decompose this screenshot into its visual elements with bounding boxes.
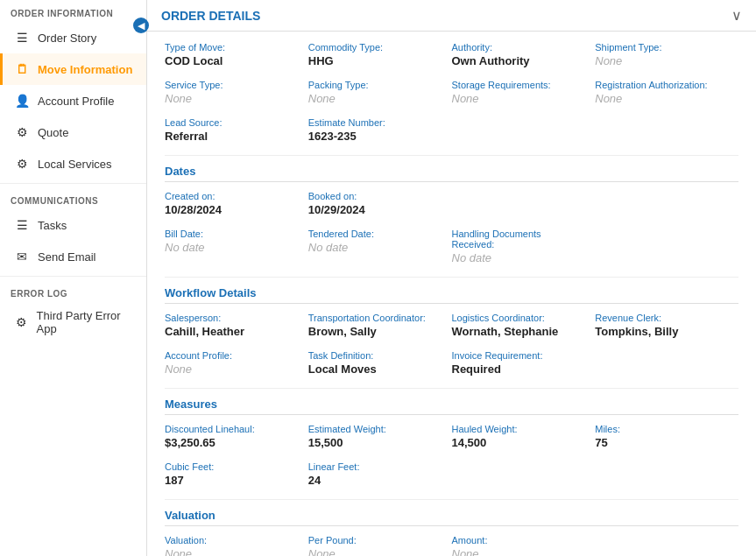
label-commodity-type: Commodity Type: [308,42,443,53]
divider-workflow [165,277,738,278]
field-service-type: Service Type: None [165,80,308,105]
sidebar-item-local-services[interactable]: ⚙ Local Services [0,148,146,179]
label-type-of-move: Type of Move: [165,42,300,53]
field-transportation-coordinator: Transportation Coordinator: Brown, Sally [308,313,452,338]
main-content: Type of Move: COD Local Commodity Type: … [147,32,756,556]
value-booked-on: 10/29/2024 [308,203,443,216]
value-salesperson: Cahill, Heather [165,325,300,338]
field-row-cubic-feet: Cubic Feet: 187 Linear Feet: 24 [165,461,738,487]
sidebar-label-account-profile: Account Profile [38,95,114,108]
field-created-on: Created on: 10/28/2024 [165,191,308,216]
field-revenue-clerk: Revenue Clerk: Tompkins, Billy [595,313,738,338]
sidebar-section-order-information: ORDER INFORMATION [0,0,146,22]
value-shipment-type: None [595,54,730,67]
field-salesperson: Salesperson: Cahill, Heather [165,313,308,338]
label-estimate-number: Estimate Number: [308,117,443,128]
field-packing-type: Packing Type: None [308,80,452,105]
label-lead-source: Lead Source: [165,117,300,128]
sidebar-label-send-email: Send Email [38,250,95,264]
field-row-salesperson: Salesperson: Cahill, Heather Transportat… [165,313,738,338]
field-dates-empty-2 [595,191,738,216]
sidebar-divider-2 [0,276,146,277]
section-title-dates: Dates [165,165,738,182]
value-amount: None [452,547,587,556]
field-miles: Miles: 75 [595,424,738,449]
field-booked-on: Booked on: 10/29/2024 [308,191,452,216]
label-cubic-feet: Cubic Feet: [165,461,300,472]
field-registration-authorization: Registration Authorization: None [595,80,738,105]
label-booked-on: Booked on: [308,191,443,201]
field-row-discounted-linehaul: Discounted Linehaul: $3,250.65 Estimated… [165,424,738,449]
sidebar-item-order-story[interactable]: ☰ Order Story [0,22,146,53]
field-dates-empty-1 [452,191,596,216]
services-icon: ⚙ [13,155,31,172]
label-revenue-clerk: Revenue Clerk: [595,313,730,323]
value-packing-type: None [308,92,443,105]
sidebar-item-tasks[interactable]: ☰ Tasks [0,209,146,241]
value-task-definition: Local Moves [308,362,443,376]
sidebar-section-error-log: ERROR LOG [0,280,146,302]
value-tendered-date: No date [308,241,443,254]
value-per-pound: None [308,547,443,556]
field-row-account-profile: Account Profile: None Task Definition: L… [165,350,738,376]
field-type-of-move: Type of Move: COD Local [165,42,308,67]
value-commodity-type: HHG [308,54,443,67]
field-empty-2 [595,117,738,143]
divider-measures [165,388,738,389]
label-miles: Miles: [595,424,730,434]
label-invoice-requirement: Invoice Requirement: [452,350,587,361]
sidebar-item-third-party-error-app[interactable]: ⚙ Third Party Error App [0,302,146,342]
section-title-workflow: Workflow Details [165,286,738,304]
value-handling-docs: No date [452,251,587,264]
field-hauled-weight: Hauled Weight: 14,500 [452,424,596,449]
label-discounted-linehaul: Discounted Linehaul: [165,424,300,434]
section-title-measures: Measures [165,398,738,415]
sidebar-label-quote: Quote [38,126,68,139]
field-row-type-of-move: Type of Move: COD Local Commodity Type: … [165,42,738,67]
label-estimated-weight: Estimated Weight: [308,424,443,434]
field-valuation: Valuation: None [165,535,308,556]
label-authority: Authority: [452,42,587,53]
field-amount: Amount: None [452,535,596,556]
field-logistics-coordinator: Logistics Coordinator: Wornath, Stephani… [452,313,596,338]
field-tendered-date: Tendered Date: No date [308,229,452,264]
main-panel: ORDER DETAILS ∨ Type of Move: COD Local … [147,0,756,556]
error-icon: ⚙ [13,313,30,331]
value-created-on: 10/28/2024 [165,203,300,216]
field-dates-empty-3 [595,229,738,264]
sidebar-label-order-story: Order Story [38,32,96,45]
sidebar-collapse-button[interactable]: ◀ [133,18,149,33]
field-valuation-empty [595,535,738,556]
sidebar-divider-1 [0,183,146,184]
field-row-lead-source: Lead Source: Referral Estimate Number: 1… [165,117,738,143]
field-task-definition: Task Definition: Local Moves [308,350,452,376]
label-logistics-coordinator: Logistics Coordinator: [452,313,587,323]
sidebar-item-quote[interactable]: ⚙ Quote [0,116,146,148]
sidebar-item-send-email[interactable]: ✉ Send Email [0,241,146,272]
email-icon: ✉ [13,248,31,265]
label-linear-feet: Linear Feet: [308,461,443,472]
field-row-created-on: Created on: 10/28/2024 Booked on: 10/29/… [165,191,738,216]
field-commodity-type: Commodity Type: HHG [308,42,452,67]
field-linear-feet: Linear Feet: 24 [308,461,452,487]
list-icon: ☰ [13,29,31,46]
field-authority: Authority: Own Authority [452,42,596,67]
value-discounted-linehaul: $3,250.65 [165,436,300,449]
label-service-type: Service Type: [165,80,300,90]
field-estimated-weight: Estimated Weight: 15,500 [308,424,452,449]
sidebar-item-account-profile[interactable]: 👤 Account Profile [0,85,146,116]
label-registration-authorization: Registration Authorization: [595,80,730,90]
label-transportation-coordinator: Transportation Coordinator: [308,313,443,323]
label-packing-type: Packing Type: [308,80,443,90]
label-bill-date: Bill Date: [165,229,300,239]
main-header-title: ORDER DETAILS [161,9,260,23]
value-transportation-coordinator: Brown, Sally [308,325,443,338]
collapse-chevron-icon[interactable]: ∨ [731,7,742,24]
field-bill-date: Bill Date: No date [165,229,308,264]
field-lead-source: Lead Source: Referral [165,117,308,143]
field-invoice-requirement: Invoice Requirement: Required [452,350,596,376]
value-valuation: None [165,547,300,556]
user-icon: 👤 [13,92,31,109]
sidebar-item-move-information[interactable]: 🗒 Move Information [0,53,146,85]
value-hauled-weight: 14,500 [452,436,587,449]
